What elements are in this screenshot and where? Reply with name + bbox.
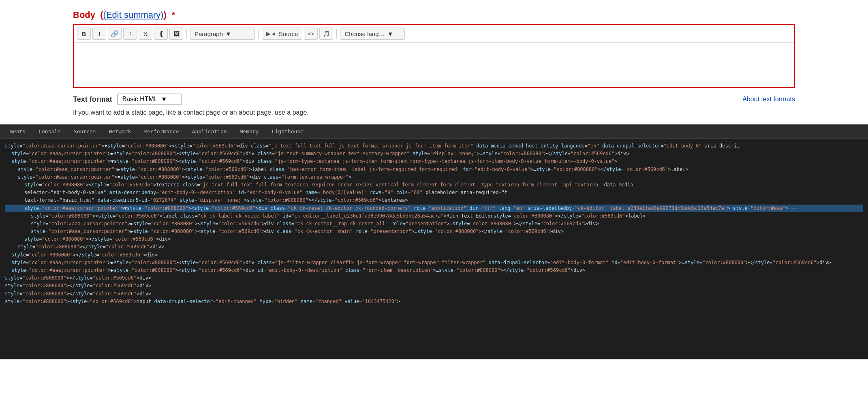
tab-application[interactable]: Application bbox=[186, 125, 233, 139]
devtools-code-line[interactable]: style="color:#808080"></style="color:#56… bbox=[5, 251, 863, 259]
editor-toolbar: B I 🔗 ∶ ½ ❴ 🖼 bbox=[74, 25, 794, 43]
paragraph-dropdown-arrow: ▼ bbox=[225, 30, 231, 37]
devtools-code-line[interactable]: style="color:#808080"></style="color:#56… bbox=[5, 274, 863, 282]
devtools-code-line[interactable]: style="color:#aaa;cursor:pointer">▼style… bbox=[5, 142, 863, 150]
devtools-code-line[interactable]: style="color:#aaa;cursor:pointer">▶style… bbox=[5, 150, 863, 158]
devtools-code-line[interactable]: style="color:#aaa;cursor:pointer">▶style… bbox=[5, 259, 863, 267]
field-label: Body ((Edit summary)) * bbox=[73, 10, 795, 20]
media-icon: 🎵 bbox=[323, 30, 330, 37]
text-format-left: Text format Basic HTML ▼ bbox=[73, 94, 182, 105]
unordered-list-icon: ∶ bbox=[129, 30, 131, 37]
image-button[interactable]: 🖼 bbox=[169, 28, 183, 40]
language-dropdown[interactable]: Choose lang… ▼ bbox=[340, 28, 405, 40]
devtools-code-line[interactable]: style="color:#808080"></style="color:#56… bbox=[5, 290, 863, 298]
unordered-list-button[interactable]: ∶ bbox=[123, 28, 137, 40]
tab-lighthouse[interactable]: Lighthouse bbox=[265, 125, 310, 139]
about-text-formats-link[interactable]: About text formats bbox=[742, 96, 795, 103]
tab-performance[interactable]: Performance bbox=[138, 125, 186, 139]
help-text: If you want to add a static page, like a… bbox=[73, 109, 795, 116]
toolbar-divider-1 bbox=[186, 29, 187, 38]
devtools-code-line[interactable]: style="color:#808080"></style="color:#56… bbox=[5, 235, 863, 243]
ordered-list-icon: ½ bbox=[143, 31, 148, 37]
text-format-select[interactable]: Basic HTML ▼ bbox=[117, 94, 182, 105]
link-icon: 🔗 bbox=[111, 30, 119, 38]
toolbar-divider-3 bbox=[336, 29, 337, 38]
text-format-row: Text format Basic HTML ▼ About text form… bbox=[73, 94, 795, 105]
code-icon: <> bbox=[308, 31, 314, 37]
code-button[interactable]: <> bbox=[304, 28, 318, 40]
text-format-dropdown-arrow: ▼ bbox=[161, 96, 167, 103]
editor-content-area[interactable] bbox=[74, 43, 794, 87]
devtools-tabs-bar: ments Console Sources Network Performanc… bbox=[0, 125, 868, 139]
italic-button[interactable]: I bbox=[92, 28, 106, 40]
devtools-code-line[interactable]: style="color:#aaa;cursor:pointer">▶style… bbox=[5, 220, 863, 228]
field-label-text: Body bbox=[73, 10, 95, 20]
devtools-code-line[interactable]: style="color:#808080"></style="color:#56… bbox=[5, 243, 863, 251]
devtools-code-line[interactable]: style="color:#808080"></style="color:#56… bbox=[5, 282, 863, 290]
devtools-code-line[interactable]: style="color:#808080"><style="color:#569… bbox=[5, 298, 863, 305]
devtools-html-tree: style="color:#aaa;cursor:pointer">▼style… bbox=[0, 139, 868, 309]
tab-elements[interactable]: ments bbox=[3, 125, 32, 139]
devtools-code-line[interactable]: style="color:#aaa;cursor:pointer">▼style… bbox=[5, 173, 863, 181]
devtools-code-line[interactable]: style="color:#808080"><style="color:#569… bbox=[5, 212, 863, 220]
tab-console[interactable]: Console bbox=[32, 125, 67, 139]
blockquote-button[interactable]: ❴ bbox=[154, 28, 168, 40]
ordered-list-button[interactable]: ½ bbox=[139, 28, 152, 40]
tab-sources[interactable]: Sources bbox=[67, 125, 103, 139]
devtools-code-line[interactable]: style="color:#aaa;cursor:pointer">▶style… bbox=[5, 228, 863, 235]
link-button[interactable]: 🔗 bbox=[108, 28, 122, 40]
source-arrow-icon: ▶◄ bbox=[266, 30, 276, 37]
rich-text-editor: B I 🔗 ∶ ½ ❴ 🖼 bbox=[73, 24, 795, 88]
media-button[interactable]: 🎵 bbox=[319, 28, 333, 40]
devtools-code-line[interactable]: text-format="basic_html" data-ckeditor5-… bbox=[5, 196, 863, 204]
required-marker: * bbox=[171, 10, 175, 20]
tab-memory[interactable]: Memory bbox=[233, 125, 265, 139]
edit-summary-link[interactable]: (Edit summary) bbox=[103, 10, 164, 20]
devtools-code-line[interactable]: style="color:#aaa;cursor:pointer">▶style… bbox=[5, 267, 863, 274]
devtools-code-line[interactable]: style="color:#aaa;cursor:pointer">▼style… bbox=[5, 158, 863, 165]
devtools-code-line[interactable]: style="color:#808080"><style="color:#569… bbox=[5, 181, 863, 189]
image-icon: 🖼 bbox=[173, 30, 180, 37]
bold-button[interactable]: B bbox=[77, 28, 91, 40]
devtools-panel: ments Console Sources Network Performanc… bbox=[0, 124, 868, 359]
paragraph-dropdown[interactable]: Paragraph ▼ bbox=[190, 28, 255, 40]
blockquote-icon: ❴ bbox=[158, 30, 164, 38]
body-field-section: Body ((Edit summary)) * B I 🔗 ∶ ½ bbox=[0, 0, 868, 124]
devtools-code-line[interactable]: style="color:#aaa;cursor:pointer">▶style… bbox=[5, 166, 863, 173]
tab-network[interactable]: Network bbox=[103, 125, 138, 139]
source-button[interactable]: ▶◄ Source bbox=[262, 28, 302, 40]
toolbar-divider-2 bbox=[258, 29, 259, 38]
language-dropdown-arrow: ▼ bbox=[387, 30, 393, 37]
devtools-code-line[interactable]: style="color:#aaa;cursor:pointer">▼style… bbox=[5, 205, 863, 212]
devtools-code-line[interactable]: selector="edit-body-0-value" aria-descri… bbox=[5, 189, 863, 196]
text-format-label: Text format bbox=[73, 95, 112, 104]
